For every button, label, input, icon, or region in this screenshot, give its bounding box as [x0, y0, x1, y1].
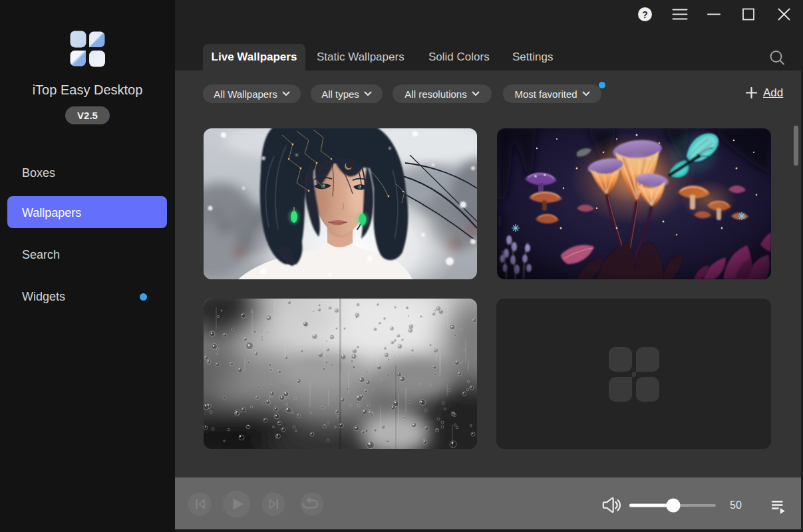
svg-text:?: ?: [642, 9, 648, 20]
